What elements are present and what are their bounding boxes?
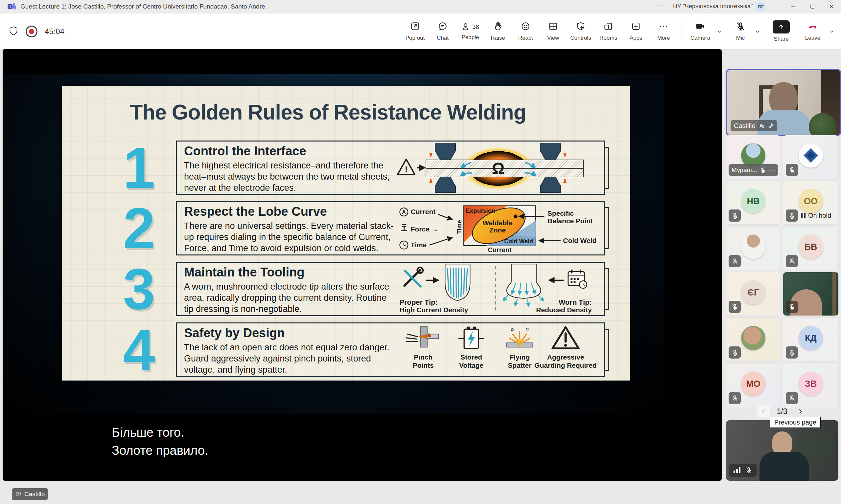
account-avatar[interactable]: БГ: [756, 2, 766, 12]
pin-icon[interactable]: [768, 123, 774, 129]
svg-text:Time: Time: [411, 241, 427, 249]
speaker-name: Castillo: [734, 122, 756, 130]
svg-text:?: ?: [762, 125, 763, 127]
minimize-button[interactable]: [784, 0, 803, 13]
rule-2-body: There are no universal settings. Every m…: [184, 220, 394, 254]
camera-button[interactable]: Camera: [689, 21, 712, 41]
mic-off-icon: [786, 301, 798, 313]
svg-text:Points: Points: [413, 361, 434, 369]
rule-4-text: Safety by Design The lack of an open arc…: [184, 326, 394, 375]
people-button[interactable]: 38 People: [457, 14, 484, 49]
rule-4-heading: Safety by Design: [184, 326, 394, 340]
share-icon: [773, 20, 790, 34]
participant-tile[interactable]: ОО On hold: [783, 181, 838, 224]
rule-box-2: Respect the Lobe Curve There are no univ…: [176, 201, 605, 255]
svg-text:Balance Point: Balance Point: [548, 217, 593, 224]
svg-text:Time: Time: [456, 220, 463, 234]
participant-tile[interactable]: ЗВ: [783, 363, 838, 407]
svg-text:Guarding Required: Guarding Required: [534, 361, 597, 369]
rule-3-heading: Maintain the Tooling: [184, 265, 394, 280]
raise-hand-button[interactable]: Raise: [484, 14, 512, 49]
leave-button[interactable]: Leave: [801, 21, 824, 41]
mic-off-icon: [786, 210, 798, 222]
presenter-voice-icon: [15, 491, 22, 498]
svg-text:Worn Tip:: Worn Tip:: [559, 298, 592, 306]
view-button[interactable]: View: [539, 14, 567, 49]
svg-text:Force: Force: [411, 225, 430, 233]
previous-page-button[interactable]: [757, 406, 770, 417]
shared-screen-area: The Golden Rules of Resistance Welding 1…: [4, 74, 664, 414]
controls-icon: [576, 21, 586, 33]
participant-more-menu[interactable]: ···: [769, 166, 775, 174]
participants-pagination: 1/3: [723, 406, 841, 417]
participant-video-tile[interactable]: [783, 272, 838, 316]
svg-text:Zone: Zone: [490, 226, 506, 234]
titlebar: T Guest Lecture 1: Jose Castillo, Profes…: [0, 0, 841, 14]
participant-tile[interactable]: КД: [783, 318, 838, 361]
participant-initials-avatar: МО: [741, 372, 766, 396]
rule-2-text: Respect the Lobe Curve There are no univ…: [184, 204, 394, 254]
popout-button[interactable]: Pop out: [401, 14, 429, 49]
controls-button[interactable]: Controls: [567, 14, 595, 49]
on-hold-status: On hold: [801, 210, 831, 222]
recording-cluster: 45:04: [8, 14, 64, 49]
participant-name: Мураш...: [732, 166, 757, 174]
rule-2-heading: Respect the Lobe Curve: [184, 204, 394, 219]
av-controls: Camera Mic Share Leave: [689, 14, 839, 49]
rule-box-1: Control the Interface The highest electr…: [176, 141, 605, 195]
rooms-button[interactable]: Rooms: [595, 14, 622, 49]
apps-button[interactable]: Apps: [622, 14, 650, 49]
close-button[interactable]: [822, 0, 841, 13]
mic-off-icon: [786, 255, 798, 267]
next-page-button[interactable]: [794, 406, 807, 417]
participant-tile[interactable]: МО: [726, 363, 780, 407]
chat-button[interactable]: Chat: [429, 14, 457, 49]
presenter-name: Castillo: [24, 490, 45, 498]
slide-title: The Golden Rules of Resistance Welding: [62, 100, 594, 124]
participants-sidebar: Castillo ? Мураш... ··· НВ: [723, 49, 841, 504]
rule-1-diagram: ! Ω: [393, 143, 600, 193]
svg-text:Expulsion: Expulsion: [466, 207, 496, 214]
self-view-tile[interactable]: [726, 420, 838, 481]
rule-2-diagram lobe-curve-chart: A Current Force → Time: [393, 203, 600, 253]
participant-label-pill: Мураш... ···: [728, 164, 778, 176]
svg-text:Stored: Stored: [460, 353, 482, 361]
mic-off-icon: [728, 301, 741, 313]
svg-text:Pinch: Pinch: [414, 353, 432, 361]
svg-text:Reduced Density: Reduced Density: [536, 306, 592, 313]
participant-initials-avatar: НВ: [741, 189, 766, 213]
mic-off-icon: [745, 467, 752, 474]
leave-icon: [807, 21, 818, 33]
rule-1-heading: Control the Interface: [184, 144, 394, 158]
maximize-button[interactable]: [803, 0, 822, 13]
network-signal-icon: [734, 467, 740, 473]
org-name[interactable]: НУ "Чернігівська політехніка": [673, 3, 753, 10]
participant-tile[interactable]: [726, 318, 780, 361]
participant-tile[interactable]: БВ: [783, 227, 838, 270]
self-view-silhouette: [759, 452, 809, 481]
participant-tile[interactable]: НВ: [726, 181, 780, 224]
mic-button[interactable]: Mic: [731, 21, 750, 41]
presentation-slide: The Golden Rules of Resistance Welding 1…: [62, 86, 630, 380]
titlebar-overflow-menu[interactable]: ···: [656, 1, 665, 10]
mic-off-icon: [786, 392, 798, 404]
svg-text:!: !: [405, 164, 408, 174]
more-button[interactable]: More: [650, 14, 677, 49]
svg-text:High Current Density: High Current Density: [400, 306, 468, 313]
participant-photo-avatar: [741, 235, 766, 259]
participant-photo-avatar: [741, 326, 766, 350]
svg-text:→: →: [432, 226, 439, 233]
participant-tile[interactable]: [783, 135, 838, 179]
participant-tile[interactable]: Мураш... ···: [726, 135, 780, 179]
camera-options-chevron[interactable]: [714, 26, 725, 37]
share-button[interactable]: Share: [770, 20, 793, 42]
mic-options-chevron[interactable]: [752, 26, 763, 37]
participant-tile[interactable]: [726, 227, 780, 270]
people-count: 38: [472, 23, 479, 31]
svg-text:Cold Weld: Cold Weld: [563, 237, 597, 244]
leave-options-chevron[interactable]: [826, 26, 837, 37]
react-button[interactable]: React: [512, 14, 539, 49]
active-speaker-tile[interactable]: Castillo ?: [726, 69, 841, 136]
participant-tile[interactable]: ЄГ: [726, 272, 780, 316]
rule-4-diagram hazard-icons: Pinch Points Stored Voltage: [393, 325, 600, 375]
